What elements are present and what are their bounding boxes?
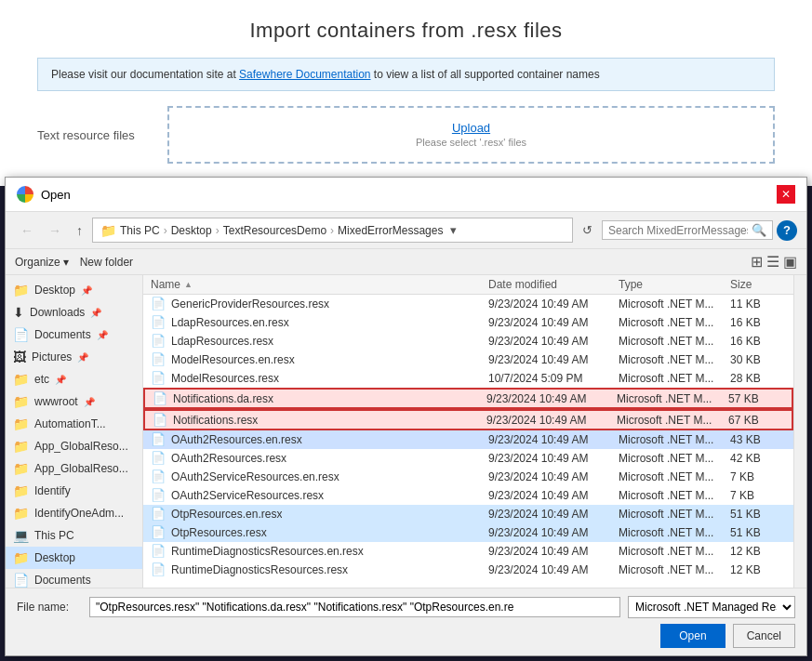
cancel-button[interactable]: Cancel (733, 624, 795, 648)
file-type: Microsoft .NET M... (619, 335, 730, 348)
col-name[interactable]: Name ▲ (151, 278, 488, 291)
breadcrumb-dropdown[interactable]: ▾ (446, 221, 460, 239)
file-row[interactable]: 📄 OAuth2Resources.resx 9/23/2024 10:49 A… (143, 449, 793, 468)
file-name-cell: 📄 OAuth2ServiceResources.resx (151, 488, 488, 502)
chrome-icon (17, 186, 33, 203)
file-type: Microsoft .NET M... (619, 470, 730, 483)
file-date: 10/7/2024 5:09 PM (488, 372, 619, 385)
col-size[interactable]: Size (730, 278, 786, 291)
search-bar[interactable]: 🔍 (602, 220, 773, 240)
sidebar-item-thispc[interactable]: 💻 This PC (6, 524, 142, 547)
file-row[interactable]: 📄 OAuth2Resources.en.resx 9/23/2024 10:4… (143, 430, 793, 449)
file-row[interactable]: 📄 OtpResources.resx 9/23/2024 10:49 AM M… (143, 523, 793, 542)
file-name-cell: 📄 ModelResources.resx (151, 371, 488, 385)
file-name-text: OAuth2ServiceResources.resx (171, 489, 324, 502)
file-type: Microsoft .NET M... (619, 545, 730, 558)
sidebar-item-downloads[interactable]: ⬇ Downloads 📌 (6, 301, 142, 324)
file-name-cell: 📄 OtpResources.en.resx (151, 507, 488, 521)
documents-icon: 📄 (13, 573, 29, 588)
file-icon: 📄 (151, 544, 166, 558)
filename-input[interactable] (89, 597, 620, 617)
file-icon: 📄 (151, 297, 166, 311)
sidebar-label: Identify (34, 484, 71, 497)
upload-link[interactable]: Upload (188, 121, 754, 135)
file-type: Microsoft .NET M... (619, 297, 730, 311)
sidebar-item-appglobal1[interactable]: 📁 App_GlobalReso... (6, 435, 142, 457)
sidebar-label: Downloads (30, 306, 85, 319)
file-list-container: Name ▲ Date modified Type Size � (143, 275, 793, 588)
sidebar-label: App_GlobalReso... (34, 440, 128, 453)
col-date[interactable]: Date modified (488, 278, 619, 291)
sidebar-item-identifyone[interactable]: 📁 IdentifyOneAdm... (6, 502, 142, 524)
col-type[interactable]: Type (619, 278, 730, 291)
file-date: 9/23/2024 10:49 AM (488, 470, 619, 483)
breadcrumb-mixederror[interactable]: MixedErrorMessages (338, 224, 443, 237)
file-name-cell: 📄 LdapResources.resx (151, 334, 488, 348)
forward-button[interactable]: → (43, 220, 67, 241)
main-container: Import containers from .resx files Pleas… (0, 0, 812, 661)
sidebar-label: Desktop (34, 284, 75, 297)
sidebar-item-documents[interactable]: 📄 Documents 📌 (6, 324, 142, 346)
scrollbar[interactable] (793, 275, 806, 588)
sidebar-item-pictures[interactable]: 🖼 Pictures 📌 (6, 346, 142, 368)
pin-icon: 📌 (81, 285, 92, 296)
doc-link[interactable]: Safewhere Documentation (239, 68, 370, 81)
file-row[interactable]: 📄 OAuth2ServiceResources.resx 9/23/2024 … (143, 486, 793, 505)
view-grid-button[interactable]: ⊞ (751, 253, 763, 271)
search-input[interactable] (608, 224, 748, 237)
file-type: Microsoft .NET M... (619, 508, 730, 521)
file-row[interactable]: 📄 Notifications.resx 9/23/2024 10:49 AM … (143, 409, 793, 430)
sidebar-item-automationt[interactable]: 📁 AutomationT... (6, 413, 142, 435)
filetype-select[interactable]: Microsoft .NET Managed Resou... (628, 596, 795, 618)
file-icon: 📄 (151, 371, 166, 385)
organize-button[interactable]: Organize ▾ (15, 256, 69, 269)
up-button[interactable]: ↑ (71, 220, 88, 241)
upload-zone[interactable]: Upload Please select '.resx' files (167, 106, 775, 164)
sidebar-item-desktop-selected[interactable]: 📁 Desktop (6, 547, 142, 569)
file-date: 9/23/2024 10:49 AM (488, 489, 619, 502)
close-button[interactable]: ✕ (777, 185, 795, 204)
file-row[interactable]: 📄 RuntimeDiagnosticsResources.en.resx 9/… (143, 542, 793, 561)
download-icon: ⬇ (13, 305, 24, 320)
open-dialog: Open ✕ ← → ↑ 📁 This PC › Desktop › TextR… (5, 177, 807, 656)
file-row[interactable]: 📄 OtpResources.en.resx 9/23/2024 10:49 A… (143, 505, 793, 523)
organize-label: Organize (15, 256, 60, 269)
sidebar-item-appglobal2[interactable]: 📁 App_GlobalReso... (6, 457, 142, 480)
back-button[interactable]: ← (15, 220, 39, 241)
view-list-button[interactable]: ☰ (766, 253, 779, 271)
sidebar-item-identify[interactable]: 📁 Identify (6, 480, 142, 502)
sidebar-item-desktop-pinned[interactable]: 📁 Desktop 📌 (6, 279, 142, 301)
file-name-text: RuntimeDiagnosticsResources.resx (171, 563, 348, 576)
open-button[interactable]: Open (660, 624, 725, 648)
breadcrumb-textresources[interactable]: TextResourcesDemo (223, 224, 326, 237)
dialog-title: Open (41, 188, 769, 202)
file-row[interactable]: 📄 Notifications.da.resx 9/23/2024 10:49 … (143, 388, 793, 409)
breadcrumb-desktop[interactable]: Desktop (171, 224, 212, 237)
view-pane-button[interactable]: ▣ (783, 253, 797, 271)
file-row[interactable]: 📄 OAuth2ServiceResources.en.resx 9/23/20… (143, 468, 793, 486)
file-row[interactable]: 📄 RuntimeDiagnosticsResources.resx 9/23/… (143, 561, 793, 579)
sidebar-label: This PC (34, 529, 74, 542)
sidebar-label: Documents (34, 574, 91, 587)
col-date-label: Date modified (488, 278, 557, 291)
file-type: Microsoft .NET M... (619, 526, 730, 539)
file-row[interactable]: 📄 ModelResources.resx 10/7/2024 5:09 PM … (143, 369, 793, 388)
file-size: 16 KB (730, 316, 786, 329)
form-label: Text resource files (37, 128, 149, 142)
file-row[interactable]: 📄 LdapResources.resx 9/23/2024 10:49 AM … (143, 332, 793, 350)
breadcrumb-this-pc[interactable]: This PC (120, 224, 160, 237)
file-size: 51 KB (730, 508, 786, 521)
sidebar-item-wwwroot[interactable]: 📁 wwwroot 📌 (6, 390, 142, 413)
file-name-text: Notifications.resx (173, 414, 258, 427)
help-button[interactable]: ? (777, 220, 797, 241)
sidebar-item-etc[interactable]: 📁 etc 📌 (6, 368, 142, 390)
file-size: 12 KB (730, 563, 786, 576)
file-size: 16 KB (730, 335, 786, 348)
file-row[interactable]: 📄 GenericProviderResources.resx 9/23/202… (143, 295, 793, 313)
new-folder-button[interactable]: New folder (80, 256, 133, 269)
file-size: 7 KB (730, 489, 786, 502)
file-row[interactable]: 📄 LdapResources.en.resx 9/23/2024 10:49 … (143, 313, 793, 332)
file-row[interactable]: 📄 ModelResources.en.resx 9/23/2024 10:49… (143, 350, 793, 369)
sidebar-item-documents2[interactable]: 📄 Documents (6, 569, 142, 588)
refresh-button[interactable]: ↺ (577, 221, 598, 239)
